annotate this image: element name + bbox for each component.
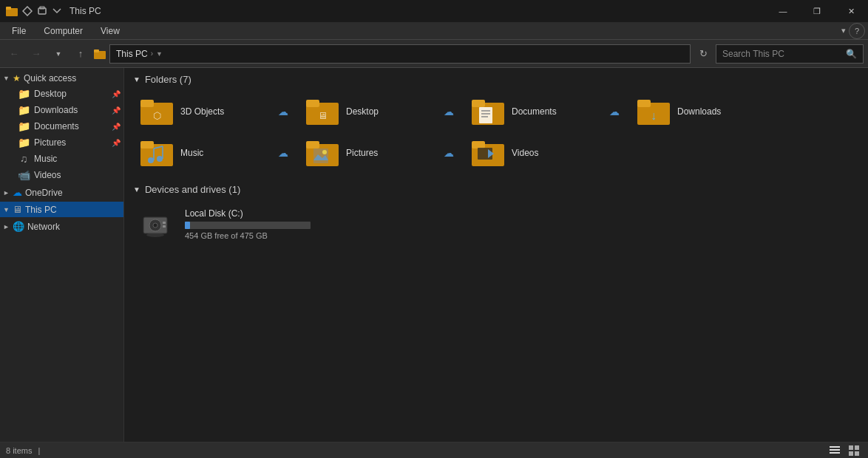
title-bar: This PC — ❐ ✕ xyxy=(0,0,868,22)
path-folder-icon xyxy=(93,47,106,61)
folder-downloads[interactable]: ↓ Downloads xyxy=(630,92,793,131)
qat-icon-3[interactable] xyxy=(52,6,62,16)
title-bar-left: This PC xyxy=(6,5,101,17)
back-button[interactable]: ← xyxy=(4,44,24,64)
forward-button[interactable]: → xyxy=(27,44,46,64)
thispc-label: This PC xyxy=(25,205,57,215)
help-button[interactable]: ? xyxy=(849,23,865,39)
tab-view[interactable]: View xyxy=(92,24,129,38)
drive-c-bar-fill xyxy=(185,222,190,229)
sidebar-item-music[interactable]: ♫ Music xyxy=(0,151,123,167)
view-large-icons-button[interactable] xyxy=(846,444,862,457)
svg-rect-14 xyxy=(472,100,485,107)
sidebar-item-documents[interactable]: 📁 Documents 📌 xyxy=(0,118,123,134)
svg-rect-44 xyxy=(830,446,840,448)
svg-point-40 xyxy=(153,223,157,228)
pictures-folder-icon: 📁 xyxy=(18,137,30,148)
title-bar-title: This PC xyxy=(69,6,101,16)
svg-rect-8 xyxy=(140,100,154,107)
qat-icon-1[interactable] xyxy=(22,6,33,16)
drives-section-header[interactable]: ▼ Devices and drives (1) xyxy=(133,184,859,195)
status-left: 8 items | xyxy=(6,446,40,455)
path-dropdown-icon: ▼ xyxy=(156,50,163,58)
sidebar-item-label-desktop: Desktop xyxy=(34,89,67,99)
thispc-icon: 🖥 xyxy=(13,204,22,215)
sidebar-onedrive-header[interactable]: ► ☁ OneDrive xyxy=(0,185,123,200)
svg-point-43 xyxy=(146,233,164,237)
sidebar-thispc-header[interactable]: ▼ 🖥 This PC xyxy=(0,202,123,217)
cloud-icon-music: ☁ xyxy=(278,147,288,159)
folder-music-icon xyxy=(140,138,173,168)
chevron-right-icon: ► xyxy=(3,189,10,196)
folder-3dobjects[interactable]: ⬡ 3D Objects ☁ xyxy=(133,92,296,131)
tab-file[interactable]: File xyxy=(3,24,35,38)
close-button[interactable]: ✕ xyxy=(834,0,868,22)
sidebar-item-downloads[interactable]: 📁 Downloads 📌 xyxy=(0,102,123,118)
maximize-button[interactable]: ❐ xyxy=(800,0,834,22)
pin-icon-pictures: 📌 xyxy=(112,139,121,147)
svg-rect-47 xyxy=(849,445,853,450)
ribbon-expander: ▾ ? xyxy=(841,23,865,39)
folders-chevron-icon: ▼ xyxy=(133,75,140,83)
folder-downloads-label: Downloads xyxy=(677,106,721,117)
view-details-button[interactable] xyxy=(827,444,843,457)
music-icon: ♫ xyxy=(18,153,30,165)
folders-grid: ⬡ 3D Objects ☁ 🖥 Desktop xyxy=(133,92,859,172)
sidebar-item-pictures[interactable]: 📁 Pictures 📌 xyxy=(0,134,123,151)
qat-icon-2[interactable] xyxy=(37,6,47,16)
network-icon: 🌐 xyxy=(13,221,24,232)
sidebar-item-desktop[interactable]: 📁 Desktop 📌 xyxy=(0,86,123,102)
folder-3dobjects-label: 3D Objects xyxy=(180,106,224,117)
minimize-button[interactable]: — xyxy=(766,0,800,22)
downloads-folder-icon: 📁 xyxy=(18,104,30,116)
folders-section-header[interactable]: ▼ Folders (7) xyxy=(133,74,859,85)
folders-section: ▼ Folders (7) ⬡ 3D Objects ☁ xyxy=(133,74,859,172)
status-bar: 8 items | xyxy=(0,442,868,458)
tab-computer[interactable]: Computer xyxy=(35,24,92,38)
drive-c-info: Local Disk (C:) 454 GB free of 475 GB xyxy=(185,208,333,240)
sidebar-item-label-music: Music xyxy=(34,154,57,164)
pin-icon-downloads: 📌 xyxy=(112,106,121,115)
refresh-button[interactable]: ↻ xyxy=(694,44,713,64)
up-button[interactable]: ↑ xyxy=(71,44,90,64)
network-label: Network xyxy=(27,222,60,232)
sidebar-quickaccess-header[interactable]: ▼ ★ Quick access xyxy=(0,71,123,86)
folder-music-label: Music xyxy=(180,148,203,158)
status-separator: | xyxy=(38,446,40,455)
search-box[interactable]: Search This PC 🔍 xyxy=(716,44,864,64)
recent-locations-button[interactable]: ▼ xyxy=(49,44,68,64)
folder-pictures-icon xyxy=(306,138,339,168)
folder-pictures[interactable]: Pictures ☁ xyxy=(299,134,461,172)
folder-music[interactable]: Music ☁ xyxy=(133,134,296,172)
onedrive-icon: ☁ xyxy=(13,187,22,198)
svg-rect-49 xyxy=(849,451,853,456)
app-icon xyxy=(6,5,18,17)
drives-section-title: Devices and drives (1) xyxy=(145,184,240,195)
svg-rect-42 xyxy=(163,225,166,228)
sidebar-section-quickaccess: ▼ ★ Quick access 📁 Desktop 📌 📁 Downloads… xyxy=(0,71,123,183)
folder-documents[interactable]: Documents ☁ xyxy=(464,92,627,131)
drive-local-c[interactable]: Local Disk (C:) 454 GB free of 475 GB xyxy=(133,202,340,246)
sidebar-item-label-downloads: Downloads xyxy=(34,105,78,115)
items-count: 8 items xyxy=(6,446,32,455)
drives-chevron-icon: ▼ xyxy=(133,185,140,194)
folder-desktop-icon: 🖥 xyxy=(306,97,339,126)
svg-marker-2 xyxy=(23,7,32,16)
folder-desktop[interactable]: 🖥 Desktop ☁ xyxy=(299,92,461,131)
ribbon: File Computer View ▾ ? xyxy=(0,22,868,40)
cloud-icon-3dobjects: ☁ xyxy=(278,106,288,117)
svg-rect-15 xyxy=(479,107,492,123)
sidebar-item-label-pictures: Pictures xyxy=(34,137,66,148)
search-placeholder: Search This PC xyxy=(722,49,784,59)
sidebar-network-header[interactable]: ► 🌐 Network xyxy=(0,219,123,234)
folder-videos[interactable]: Videos xyxy=(464,134,627,172)
svg-rect-6 xyxy=(94,49,99,52)
svg-rect-20 xyxy=(637,100,651,107)
folder-pictures-label: Pictures xyxy=(346,148,378,158)
svg-rect-23 xyxy=(140,141,154,148)
expand-ribbon-icon[interactable]: ▾ xyxy=(841,26,846,35)
folders-section-title: Folders (7) xyxy=(145,74,191,85)
address-path[interactable]: This PC › ▼ xyxy=(109,44,691,64)
folder-downloads-icon: ↓ xyxy=(637,97,670,126)
sidebar-item-videos[interactable]: 📹 Videos xyxy=(0,167,123,183)
